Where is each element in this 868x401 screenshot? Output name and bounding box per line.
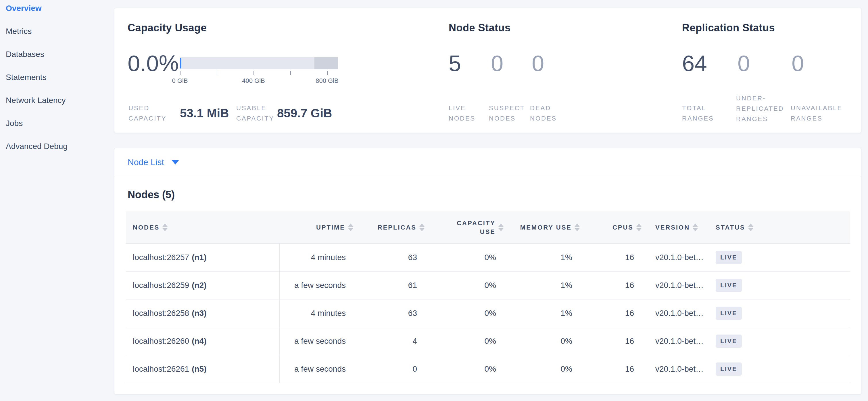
node-name-cell[interactable]: localhost:26261(n5) — [126, 355, 280, 383]
node-name-cell[interactable]: localhost:26258(n3) — [126, 299, 280, 327]
capacity-use-cell: 0% — [431, 309, 510, 318]
col-header-uptime[interactable]: UPTIME — [280, 224, 360, 231]
suspect-nodes-count: 0 — [491, 51, 503, 76]
uptime-cell: a few seconds — [280, 365, 360, 374]
node-list-dropdown-label: Node List — [128, 157, 164, 167]
status-badge: LIVE — [716, 279, 742, 292]
replication-status-section: Replication Status 64 0 0 TOTAL RANGES U… — [682, 8, 857, 133]
capacity-use-cell: 0% — [431, 281, 510, 290]
sidebar-item-label: Metrics — [6, 27, 32, 36]
memory-use-cell: 0% — [510, 337, 587, 346]
memory-use-cell: 0% — [510, 365, 587, 374]
version-cell: v20.1.0-bet… — [648, 281, 709, 290]
cpus-cell: 16 — [587, 309, 648, 318]
usable-capacity-value: 859.7 GiB — [277, 107, 332, 120]
capacity-usage-title: Capacity Usage — [128, 22, 207, 34]
node-id: (n3) — [192, 309, 206, 318]
sort-icon — [636, 224, 642, 231]
node-host: localhost:26261 — [133, 365, 189, 374]
caret-down-icon — [172, 160, 179, 165]
col-header-label: MEMORY USE — [520, 224, 572, 231]
memory-use-cell: 1% — [510, 309, 587, 318]
unavailable-ranges-count: 0 — [792, 51, 804, 76]
col-header-label: NODES — [133, 224, 159, 231]
sidebar-item-label: Statements — [6, 73, 46, 82]
sort-icon — [498, 224, 503, 231]
node-name-cell[interactable]: localhost:26259(n2) — [126, 271, 280, 299]
col-header-status[interactable]: STATUS — [709, 224, 850, 231]
sort-icon — [419, 224, 425, 231]
node-list-dropdown[interactable]: Node List — [128, 157, 179, 167]
table-row: localhost:26258(n3) 4 minutes 63 0% 1% 1… — [126, 299, 850, 327]
nodes-table: NODES UPTIME REPLICAS CAPACITY USE MEMOR… — [126, 211, 850, 383]
sort-icon — [575, 224, 580, 231]
sidebar-item-label: Advanced Debug — [6, 142, 67, 151]
live-nodes-label: LIVE NODES — [449, 103, 480, 124]
col-header-capacity-use[interactable]: CAPACITY USE — [431, 219, 510, 236]
node-name-cell[interactable]: localhost:26260(n4) — [126, 327, 280, 355]
node-host: localhost:26260 — [133, 337, 189, 346]
sort-icon — [162, 224, 167, 231]
axis-label-400: 400 GiB — [242, 77, 265, 85]
capacity-used-marker — [180, 58, 181, 68]
uptime-cell: a few seconds — [280, 281, 360, 290]
version-cell: v20.1.0-bet… — [648, 253, 709, 262]
status-badge: LIVE — [716, 307, 742, 320]
sidebar-item-network-latency[interactable]: Network Latency — [0, 89, 114, 112]
memory-use-cell: 1% — [510, 281, 587, 290]
replicas-cell: 4 — [360, 337, 431, 346]
dead-nodes-label: DEAD NODES — [530, 103, 562, 124]
capacity-use-cell: 0% — [431, 365, 510, 374]
sidebar-item-databases[interactable]: Databases — [0, 43, 114, 66]
axis-tick — [253, 71, 254, 75]
capacity-bar-reserved-segment — [314, 57, 338, 69]
total-ranges-count: 64 — [682, 51, 707, 76]
col-header-replicas[interactable]: REPLICAS — [360, 224, 431, 231]
version-cell: v20.1.0-bet… — [648, 309, 709, 318]
node-host: localhost:26258 — [133, 309, 189, 318]
col-header-nodes[interactable]: NODES — [126, 224, 280, 231]
node-host: localhost:26259 — [133, 281, 189, 290]
capacity-use-cell: 0% — [431, 253, 510, 262]
version-cell: v20.1.0-bet… — [648, 365, 709, 374]
total-ranges-label: TOTAL RANGES — [682, 103, 722, 124]
cluster-summary-card: Capacity Usage 0.0% 0 GiB 400 GiB 800 Gi… — [114, 8, 861, 133]
sort-icon — [748, 224, 753, 231]
col-header-memory-use[interactable]: MEMORY USE — [510, 224, 587, 231]
capacity-use-cell: 0% — [431, 337, 510, 346]
replicas-cell: 0 — [360, 365, 431, 374]
cpus-cell: 16 — [587, 337, 648, 346]
sidebar-item-jobs[interactable]: Jobs — [0, 112, 114, 135]
axis-label-0: 0 GiB — [172, 77, 188, 85]
status-cell: LIVE — [709, 279, 850, 292]
col-header-version[interactable]: VERSION — [648, 224, 709, 231]
cpus-cell: 16 — [587, 281, 648, 290]
memory-use-cell: 1% — [510, 253, 587, 262]
node-name-cell[interactable]: localhost:26257(n1) — [126, 244, 280, 271]
used-capacity-value: 53.1 MiB — [180, 107, 229, 120]
col-header-label: CPUS — [613, 224, 633, 231]
uptime-cell: 4 minutes — [280, 253, 360, 262]
sidebar-item-metrics[interactable]: Metrics — [0, 20, 114, 43]
live-nodes-count: 5 — [449, 51, 461, 76]
sidebar-item-advanced-debug[interactable]: Advanced Debug — [0, 135, 114, 158]
col-header-label: VERSION — [655, 224, 690, 231]
sidebar-item-statements[interactable]: Statements — [0, 66, 114, 89]
sidebar-item-label: Jobs — [6, 119, 23, 128]
node-host: localhost:26257 — [133, 253, 189, 262]
unavailable-ranges-label: UNAVAILABLE RANGES — [791, 103, 857, 124]
table-row: localhost:26257(n1) 4 minutes 63 0% 1% 1… — [126, 244, 850, 271]
status-cell: LIVE — [709, 251, 850, 264]
replicas-cell: 63 — [360, 309, 431, 318]
node-id: (n1) — [192, 253, 206, 262]
sidebar-item-overview[interactable]: Overview — [0, 0, 114, 20]
status-cell: LIVE — [709, 307, 850, 320]
version-cell: v20.1.0-bet… — [648, 337, 709, 346]
sidebar-item-label: Overview — [6, 4, 42, 13]
node-id: (n2) — [192, 281, 206, 290]
capacity-usage-section: Capacity Usage 0.0% 0 GiB 400 GiB 800 Gi… — [128, 8, 444, 133]
sort-icon — [348, 224, 353, 231]
col-header-cpus[interactable]: CPUS — [587, 224, 648, 231]
dead-nodes-count: 0 — [532, 51, 544, 76]
sidebar-item-label: Databases — [6, 50, 44, 59]
